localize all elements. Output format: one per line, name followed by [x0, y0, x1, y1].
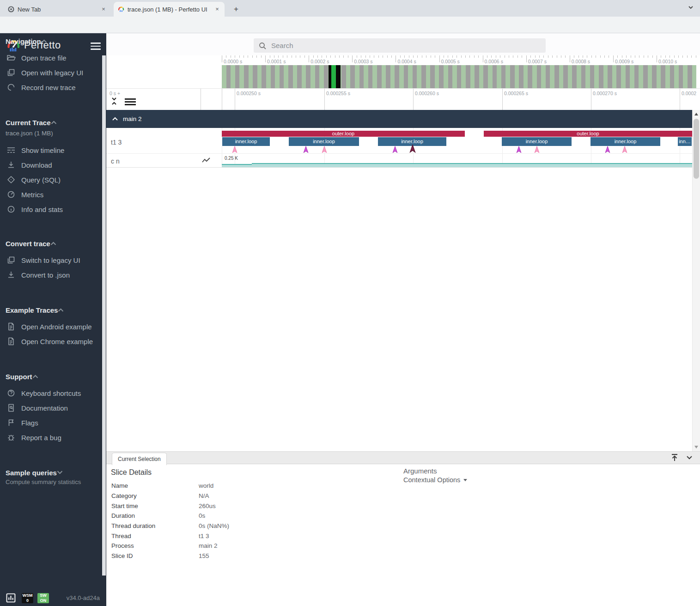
collapse-all-icon[interactable]: [111, 97, 117, 106]
slice-outer-loop[interactable]: outer.loop: [222, 131, 465, 137]
minimap-stripe: [501, 65, 506, 88]
dock-to-top-icon[interactable]: [670, 453, 679, 462]
close-icon[interactable]: ×: [100, 6, 107, 13]
instant-marker-magenta[interactable]: [303, 146, 309, 153]
section-title[interactable]: Convert trace: [0, 238, 106, 248]
instant-marker-magenta[interactable]: [516, 146, 522, 153]
slice-inner-loop[interactable]: inner.loop: [288, 137, 359, 146]
sidebar-item-open-android-example[interactable]: Open Android example: [0, 319, 106, 334]
sidebar-section-navigation: NavigationOpen trace fileOpen with legac…: [0, 36, 106, 95]
tab-current-selection[interactable]: Current Selection: [112, 453, 167, 465]
detail-label: Process: [111, 542, 199, 549]
chevron-up-icon[interactable]: [112, 117, 118, 121]
minimap-stripe: [302, 65, 306, 88]
collapse-panel-chevron-icon[interactable]: [685, 453, 694, 462]
ruler-tick: [409, 55, 409, 58]
minimap-stripe: [288, 65, 293, 88]
ruler-tick: [417, 55, 418, 58]
counter-area-high[interactable]: [252, 163, 692, 167]
sidebar-item-download[interactable]: Download: [0, 158, 106, 172]
minimap-stripe: [359, 65, 364, 88]
ruler-tick: [326, 55, 327, 58]
version-label: v34.0-ad24a: [67, 594, 100, 601]
contextual-options-dropdown[interactable]: Contextual Options: [403, 476, 467, 484]
instant-marker-magenta[interactable]: [605, 146, 610, 153]
scroll-down-icon[interactable]: [694, 446, 698, 448]
sidebar-item-keyboard-shortcuts[interactable]: Keyboard shortcuts: [0, 386, 106, 400]
new-tab-button[interactable]: +: [231, 4, 241, 14]
sidebar-item-info-and-stats[interactable]: Info and stats: [0, 202, 106, 217]
sidebar-item-convert-to-json[interactable]: Convert to .json: [0, 267, 106, 282]
sidebar-section-convert-trace: Convert traceSwitch to legacy UIConvert …: [0, 238, 106, 282]
instant-marker-pink[interactable]: [622, 146, 627, 153]
ruler-tick: [543, 55, 544, 58]
wsm-badge[interactable]: WSM0: [22, 593, 33, 603]
close-icon[interactable]: ×: [213, 6, 221, 13]
track-filter-icon[interactable]: [125, 98, 136, 107]
slice-inner-loop[interactable]: inner.loop: [590, 137, 661, 146]
instant-marker-pink[interactable]: [322, 146, 327, 153]
slice-inner-loop[interactable]: inn…: [677, 137, 692, 146]
minimap-selection-black2[interactable]: [336, 65, 341, 88]
ruler-tick: [383, 55, 383, 58]
ruler-tick: [426, 55, 426, 58]
search-input[interactable]: Search: [254, 38, 546, 53]
section-title-text: Support: [6, 373, 32, 381]
timeline-minimap[interactable]: [106, 65, 700, 88]
ruler-tick: [422, 55, 422, 58]
minimap-stripe: [523, 65, 528, 88]
minimap-stripe: [563, 65, 568, 88]
minimap-stripe: [688, 65, 692, 88]
section-items: Open trace fileOpen with legacy UIRecord…: [0, 50, 106, 95]
sidebar-item-flags[interactable]: Flags: [0, 415, 106, 430]
counter-area-low[interactable]: [222, 164, 252, 167]
section-title[interactable]: Example Traces: [0, 305, 106, 315]
scrollbar-thumb[interactable]: [694, 119, 699, 179]
tracks-scrollbar[interactable]: [692, 110, 700, 451]
ruler-tick: [400, 55, 401, 58]
instant-marker-pink[interactable]: [232, 146, 237, 153]
tab-new-tab[interactable]: New Tab ×: [4, 2, 111, 17]
sidebar-scrollbar[interactable]: [102, 55, 106, 576]
instant-marker-pink[interactable]: [534, 146, 540, 153]
section-title[interactable]: Support: [0, 371, 106, 382]
instant-marker-magenta[interactable]: [392, 146, 398, 153]
minimap-selection-green[interactable]: [331, 65, 336, 88]
instant-marker-maroon[interactable]: [409, 144, 416, 153]
counter-track-row[interactable]: c n 0.25 K: [106, 154, 692, 168]
sidebar-item-documentation[interactable]: Documentation: [0, 400, 106, 415]
sidebar-item-query-sql-[interactable]: Query (SQL): [0, 172, 106, 187]
sample-query-item[interactable]: Compute summary statistics: [0, 478, 106, 485]
process-group-header[interactable]: main 2: [106, 110, 692, 128]
tab-perfetto[interactable]: trace.json (1 MB) - Perfetto UI ×: [114, 2, 225, 17]
slice-outer-loop[interactable]: outer.loop: [484, 131, 692, 137]
sidebar-item-label: Flags: [21, 419, 38, 427]
sidebar-item-show-timeline[interactable]: Show timeline: [0, 143, 106, 158]
minimap-stripe: [515, 65, 519, 88]
tab-search-chevron-icon[interactable]: [687, 4, 694, 11]
sidebar-item-switch-to-legacy-ui[interactable]: Switch to legacy UI: [0, 253, 106, 267]
thread-track-row[interactable]: t1 3 outer.loopouter.loopinner.loopinner…: [106, 128, 692, 154]
minimap-stripe: [372, 65, 377, 88]
doc-icon: [6, 403, 21, 412]
sidebar-item-report-a-bug[interactable]: Report a bug: [0, 430, 106, 445]
ruler-tick: [248, 55, 248, 58]
slice-inner-loop[interactable]: inner.loop: [222, 137, 270, 146]
section-title[interactable]: Current Trace: [0, 117, 106, 127]
minimap-stripe: [404, 65, 408, 88]
contextual-options-label: Contextual Options: [403, 476, 460, 484]
sidebar-item-open-with-legacy-ui[interactable]: Open with legacy UI: [0, 65, 106, 80]
slice-inner-loop[interactable]: inner.loop: [501, 137, 572, 146]
trace-stats-icon[interactable]: [6, 593, 16, 603]
ruler-label: 0.0005 s: [441, 59, 460, 64]
ruler-tick: [496, 55, 496, 58]
section-title[interactable]: Sample queries: [0, 467, 106, 478]
detail-label: Thread: [111, 533, 199, 539]
section-title[interactable]: Navigation: [0, 36, 106, 46]
sidebar-item-open-trace-file[interactable]: Open trace file: [0, 50, 106, 65]
sidebar-item-metrics[interactable]: Metrics: [0, 187, 106, 202]
sidebar-item-open-chrome-example[interactable]: Open Chrome example: [0, 334, 106, 349]
sidebar-item-record-new-trace[interactable]: Record new trace: [0, 80, 106, 95]
sw-badge[interactable]: SWON: [37, 593, 49, 603]
scroll-up-icon[interactable]: [694, 113, 698, 115]
